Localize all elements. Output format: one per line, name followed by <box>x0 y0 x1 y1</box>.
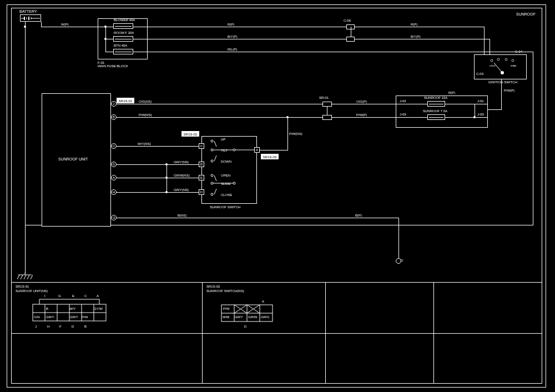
c1-val: O/G <box>34 315 40 319</box>
svg-point-17 <box>211 149 213 151</box>
svg-point-20 <box>211 182 213 184</box>
node <box>24 26 26 28</box>
wire-label: R(P) <box>448 91 455 94</box>
svg-point-23 <box>233 182 235 184</box>
wire <box>117 164 167 165</box>
wire <box>260 150 287 150</box>
wire <box>133 39 148 39</box>
conn-label: C-04 <box>515 50 522 53</box>
node <box>165 163 168 165</box>
j-label: J-03 <box>477 113 484 116</box>
svg-line-37 <box>31 275 33 279</box>
wire <box>111 117 322 118</box>
pin-label: A <box>113 176 115 179</box>
svg-line-27 <box>214 155 216 161</box>
svg-line-28 <box>214 175 216 181</box>
c2-val: GR/W <box>248 315 257 319</box>
node <box>104 26 107 28</box>
svg-point-8 <box>491 59 493 62</box>
node <box>473 116 476 118</box>
wire <box>167 178 199 178</box>
fuse-2 <box>113 36 133 42</box>
node <box>286 116 289 118</box>
svg-point-21 <box>211 193 213 195</box>
svg-line-26 <box>214 141 216 147</box>
j-label: J-02 <box>400 99 406 103</box>
svg-line-29 <box>214 189 216 194</box>
conn1-header: SR1S-01 <box>16 285 29 288</box>
wire <box>445 117 488 118</box>
wire <box>396 117 427 118</box>
connector-1-icon <box>31 298 108 325</box>
node <box>165 177 168 179</box>
wire <box>445 104 488 104</box>
c1-top-pin: E <box>72 294 74 298</box>
conn-marker <box>322 102 332 107</box>
svg-point-19 <box>211 174 213 177</box>
sunroof-unit-conn: SR1S-01 <box>117 98 134 103</box>
c1-bot-pin: F <box>59 325 62 328</box>
c1-val: P/W <box>82 315 88 319</box>
c1-bot-pin: D <box>72 325 74 328</box>
svg-point-18 <box>211 160 213 162</box>
c1-bot-pin: B <box>84 325 87 328</box>
wire-label: B(NS) <box>178 214 186 217</box>
swpin-e: E <box>199 175 204 180</box>
wire <box>501 104 502 109</box>
wire-label: P/W(NS) <box>139 113 152 117</box>
wire-label: W(P) <box>61 23 69 26</box>
pin-label: D <box>113 163 115 166</box>
wire <box>133 52 148 52</box>
diagram-title: SUNROOF <box>516 12 536 16</box>
battery-icon <box>21 16 40 21</box>
connector-2-icon <box>219 303 275 325</box>
svg-point-11 <box>512 59 514 62</box>
relay-fuse-2-label: SUNROOF 7.5A <box>423 109 447 113</box>
fuse-2-label: ROOM F 20A <box>114 31 134 34</box>
wire-label: P/W(NS) <box>289 132 302 135</box>
wire-label: W/Y(NS) <box>138 142 151 145</box>
wire <box>105 52 113 52</box>
conn-marker <box>322 115 332 120</box>
svg-line-33 <box>17 275 19 279</box>
conn2-header: SR1S-02 <box>206 285 220 288</box>
c1-top-pin: C <box>84 294 87 298</box>
wire-label: P/W(P) <box>356 113 367 117</box>
c2-side: D <box>244 325 246 328</box>
wire-label: B(P) <box>355 214 362 217</box>
node <box>104 38 107 40</box>
battery-label: BATTERY <box>19 9 37 13</box>
relay-fuse-2 <box>427 114 445 120</box>
conn-label: SR-01 <box>319 96 329 99</box>
wire <box>148 52 533 52</box>
c1-top-pin: A <box>97 294 99 298</box>
wire <box>355 27 485 27</box>
c1-val: GY/W <box>94 307 103 310</box>
pin-label: G <box>113 216 115 219</box>
wire-label: GR/W(NS) <box>174 174 190 177</box>
wire <box>332 117 396 118</box>
svg-line-36 <box>27 275 29 279</box>
ground-icon <box>17 273 33 282</box>
node <box>165 191 168 193</box>
fuse-1 <box>113 23 133 29</box>
pin-label: B <box>113 115 115 119</box>
svg-point-10 <box>505 58 507 61</box>
wire <box>148 39 349 39</box>
wire-label: O/G(P) <box>356 100 367 103</box>
c2-val: GR/G <box>261 315 269 319</box>
svg-text:START: START <box>511 64 516 67</box>
conn2-sub: SUNROOF SWITCH(NS) <box>206 289 244 293</box>
svg-line-34 <box>21 275 23 279</box>
wire <box>327 107 327 115</box>
wire <box>167 164 199 165</box>
pin-label: H <box>113 190 115 194</box>
wire-label: R(P) <box>411 23 417 26</box>
conn1-sub: SUNROOF UNIT(NS) <box>16 289 48 293</box>
switch-contacts-icon <box>203 138 256 202</box>
wire-label: GR/Y(NS) <box>174 188 189 192</box>
relay-fuse-1 <box>427 101 445 107</box>
wire <box>133 27 148 27</box>
c2-val: P/W <box>223 307 229 310</box>
fuse-3 <box>113 49 133 54</box>
